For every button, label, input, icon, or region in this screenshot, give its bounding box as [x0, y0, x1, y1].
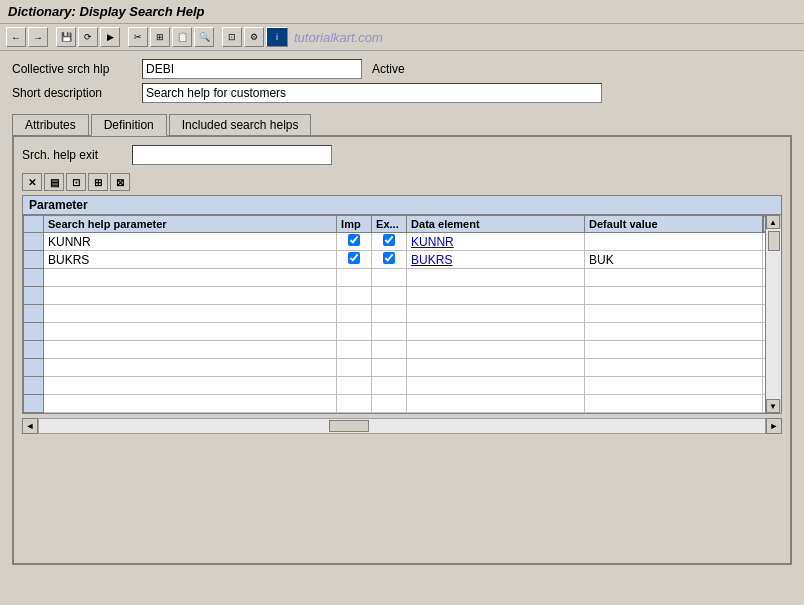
tab-definition[interactable]: Definition	[91, 114, 167, 136]
table-btn-delete[interactable]: ⊠	[110, 173, 130, 191]
exp-checkbox[interactable]	[383, 252, 395, 264]
tabs-container: Attributes Definition Included search he…	[12, 113, 792, 565]
table-row	[24, 269, 781, 287]
scroll-thumb-h[interactable]	[329, 420, 369, 432]
table-wrapper: Parameter Search help parameter Imp Ex..…	[22, 195, 782, 414]
table-btn-copy[interactable]: ⊡	[66, 173, 86, 191]
scroll-track-h	[38, 418, 766, 434]
col-header-exp: Ex...	[372, 216, 407, 233]
short-desc-input[interactable]	[142, 83, 602, 103]
imp-checkbox[interactable]	[348, 234, 360, 246]
forward-button[interactable]: →	[28, 27, 48, 47]
scroll-left-btn[interactable]: ◄	[22, 418, 38, 434]
short-desc-label: Short description	[12, 86, 142, 100]
data-elem-link[interactable]: BUKRS	[411, 253, 452, 267]
table-btn-select[interactable]: ▤	[44, 173, 64, 191]
table-row	[24, 359, 781, 377]
table-section-header: Parameter	[23, 196, 781, 215]
parameter-table: Search help parameter Imp Ex... Data ele…	[23, 215, 781, 413]
back-button[interactable]: ←	[6, 27, 26, 47]
table-toolbar: ✕ ▤ ⊡ ⊞ ⊠	[22, 173, 782, 191]
collective-srch-row: Collective srch hlp Active	[12, 59, 792, 79]
tabs: Attributes Definition Included search he…	[12, 113, 792, 135]
table-row	[24, 287, 781, 305]
table-row	[24, 305, 781, 323]
collective-label: Collective srch hlp	[12, 62, 142, 76]
scroll-down-btn[interactable]: ▼	[766, 399, 780, 413]
table-row	[24, 323, 781, 341]
tab-attributes[interactable]: Attributes	[12, 114, 89, 136]
main-content: Collective srch hlp Active Short descrip…	[0, 51, 804, 573]
table-row: KUNNR KUNNR	[24, 233, 781, 251]
execute-button[interactable]: ▶	[100, 27, 120, 47]
col-header-imp: Imp	[337, 216, 372, 233]
layout-button[interactable]: ⊡	[222, 27, 242, 47]
copy-button[interactable]: ⊞	[150, 27, 170, 47]
scroll-track-v	[766, 229, 781, 399]
srch-help-exit-row: Srch. help exit	[22, 145, 782, 165]
save-button[interactable]: 💾	[56, 27, 76, 47]
col-header-dataelem: Data element	[407, 216, 585, 233]
status-badge: Active	[372, 62, 405, 76]
info-button[interactable]: i	[266, 27, 288, 47]
settings-button[interactable]: ⚙	[244, 27, 264, 47]
table-row	[24, 341, 781, 359]
short-desc-row: Short description	[12, 83, 792, 103]
col-header-default: Default value	[585, 216, 763, 233]
find-button[interactable]: 🔍	[194, 27, 214, 47]
scroll-right-btn[interactable]: ►	[766, 418, 782, 434]
imp-checkbox[interactable]	[348, 252, 360, 264]
table-row	[24, 395, 781, 413]
table-row	[24, 377, 781, 395]
data-elem-link[interactable]: KUNNR	[411, 235, 454, 249]
table-btn-insert[interactable]: ⊞	[88, 173, 108, 191]
srch-help-input[interactable]	[132, 145, 332, 165]
refresh-button[interactable]: ⟳	[78, 27, 98, 47]
col-header-param: Search help parameter	[44, 216, 337, 233]
watermark: tutorialkart.com	[294, 30, 383, 45]
scroll-up-btn[interactable]: ▲	[766, 215, 780, 229]
vertical-scrollbar[interactable]: ▲ ▼	[765, 215, 781, 413]
tab-content: Srch. help exit ✕ ▤ ⊡ ⊞ ⊠ Parameter	[12, 135, 792, 565]
table-row: BUKRS BUKRS BUK	[24, 251, 781, 269]
toolbar: ← → 💾 ⟳ ▶ ✂ ⊞ 📋 🔍 ⊡ ⚙ i tutorialkart.com	[0, 24, 804, 51]
window-title: Dictionary: Display Search Help	[8, 4, 205, 19]
tab-included[interactable]: Included search helps	[169, 114, 312, 136]
exp-checkbox[interactable]	[383, 234, 395, 246]
horizontal-scrollbar: ◄ ►	[22, 418, 782, 434]
cut-button[interactable]: ✂	[128, 27, 148, 47]
paste-button[interactable]: 📋	[172, 27, 192, 47]
title-bar: Dictionary: Display Search Help	[0, 0, 804, 24]
table-btn-cancel[interactable]: ✕	[22, 173, 42, 191]
collective-input[interactable]	[142, 59, 362, 79]
srch-help-label: Srch. help exit	[22, 148, 132, 162]
scroll-thumb-v[interactable]	[768, 231, 780, 251]
col-header-rownum	[24, 216, 44, 233]
